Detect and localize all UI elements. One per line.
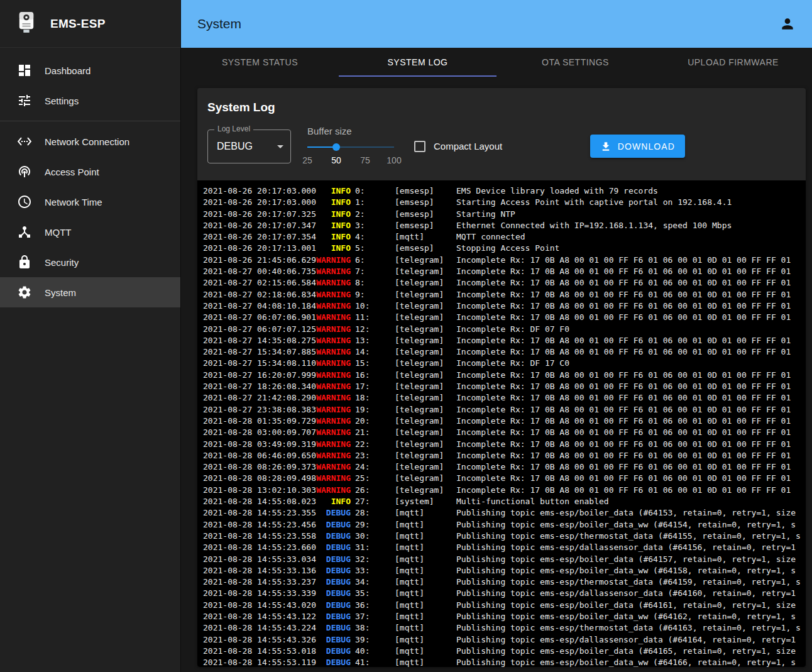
log-source: [mqtt] [395,634,456,646]
log-message: Incomplete Rx: DF 07 F0 [456,324,569,335]
log-time: 2021-08-28 14:55:23.355 [203,507,315,519]
log-row: 2021-08-27 06:07:06.901WARNING11:[telegr… [203,312,806,323]
log-source: [emsesp] [395,243,456,254]
log-time: 2021-08-28 14:55:23.558 [203,531,315,542]
slider-tick-50[interactable]: 50 [331,155,341,165]
log-index: 35: [355,588,384,599]
tab-upload-firmware[interactable]: UPLOAD FIRMWARE [654,48,812,77]
slider-thumb[interactable] [332,143,340,151]
sidebar-item-network-time[interactable]: Network Time [0,187,180,217]
compact-layout-checkbox[interactable]: Compact Layout [414,141,502,152]
sidebar-item-label: System [45,287,76,298]
tab-ota-settings[interactable]: OTA SETTINGS [497,48,654,77]
tab-system-log[interactable]: SYSTEM LOG [339,48,497,77]
log-time: 2021-08-28 14:55:43.326 [203,634,315,646]
slider-tick-100[interactable]: 100 [387,155,401,165]
log-viewer[interactable]: 2021-08-26 20:17:03.000INFO0:[emsesp]EMS… [197,180,806,667]
log-row: 2021-08-28 03:49:09.319WARNING22:[telegr… [203,439,806,450]
sidebar-item-mqtt[interactable]: MQTT [0,217,180,247]
sidebar-item-security[interactable]: Security [0,247,180,277]
log-message: Stopping Access Point [456,243,559,254]
log-index: 10: [355,300,384,312]
account-icon[interactable] [779,16,796,32]
log-index: 23: [355,450,384,461]
download-button[interactable]: DOWNLOAD [590,135,685,158]
log-index: 37: [355,611,384,622]
log-level: DEBUG [315,519,351,531]
log-level: DEBUG [315,646,351,657]
sidebar-item-network-connection[interactable]: Network Connection [0,126,180,157]
log-level: DEBUG [315,576,351,588]
sidebar-item-label: Access Point [45,167,99,177]
sidebar-item-system[interactable]: System [0,277,180,307]
slider-tick-labels: 255075100 [307,155,394,167]
log-row: 2021-08-28 14:55:53.018DEBUG40:[mqtt]Pub… [203,646,806,657]
log-message: Incomplete Rx: 17 0B A8 00 01 00 FF F6 0… [456,370,791,381]
log-message: Incomplete Rx: 17 0B A8 00 01 00 FF F6 0… [456,335,791,346]
log-time: 2021-08-26 20:17:03.000 [203,185,315,197]
log-row: 2021-08-28 01:35:09.729WARNING20:[telegr… [203,416,806,427]
log-level-select[interactable]: Log Level DEBUG [207,129,291,163]
log-time: 2021-08-27 02:18:06.834 [203,289,315,300]
sidebar-item-dashboard[interactable]: Dashboard [0,55,180,85]
log-level: WARNING [315,324,351,335]
log-source: [telegram] [395,392,456,404]
buffer-size-slider[interactable] [307,143,394,151]
log-time: 2021-08-26 20:17:13.001 [203,243,315,254]
log-time: 2021-08-28 14:55:33.339 [203,588,315,599]
log-source: [telegram] [395,427,456,438]
appbar: System [181,0,812,48]
log-level: WARNING [315,255,351,266]
log-level: WARNING [315,370,351,381]
log-index: 40: [355,646,384,657]
log-row: 2021-08-28 08:26:09.373WARNING24:[telegr… [203,461,806,473]
app-root: EMS-ESP DashboardSettingsNetwork Connect… [0,0,812,672]
slider-tick-75[interactable]: 75 [360,155,370,165]
log-source: [telegram] [395,370,456,381]
log-row: 2021-08-27 04:08:10.184WARNING10:[telegr… [203,300,806,312]
log-row: 2021-08-26 20:17:03.000INFO1:[emsesp]Sta… [203,197,806,208]
log-row: 2021-08-28 14:55:23.558DEBUG30:[mqtt]Pub… [203,531,806,542]
log-level: WARNING [315,450,351,461]
log-level: WARNING [315,358,351,369]
log-level: DEBUG [315,657,351,667]
log-message: Incomplete Rx: 17 0B A8 00 01 00 FF F6 0… [456,485,791,496]
log-row: 2021-08-27 15:34:07.885WARNING14:[telegr… [203,346,806,358]
log-index: 11: [355,312,384,323]
log-level: WARNING [315,439,351,450]
log-index: 0: [355,185,384,197]
log-index: 14: [355,346,384,358]
log-time: 2021-08-28 14:55:33.237 [203,576,315,588]
log-content: 2021-08-26 20:17:03.000INFO0:[emsesp]EMS… [197,180,806,667]
download-button-label: DOWNLOAD [618,141,675,151]
log-level: DEBUG [315,565,351,576]
log-message: Publishing topic ems-esp/boiler_data (#6… [456,507,796,519]
log-row: 2021-08-28 14:55:43.020DEBUG36:[mqtt]Pub… [203,600,806,611]
log-source: [mqtt] [395,565,456,576]
tab-system-status[interactable]: SYSTEM STATUS [181,48,339,77]
log-time: 2021-08-28 14:55:43.224 [203,622,315,634]
log-source: [emsesp] [395,197,456,208]
log-level: DEBUG [315,542,351,553]
log-row: 2021-08-28 14:55:08.023INFO27:[system]Mu… [203,496,806,507]
log-index: 25: [355,473,384,484]
log-message: Publishing topic ems-esp/boiler_data (#6… [456,600,796,611]
checkbox-unchecked-icon[interactable] [414,141,425,152]
log-level: WARNING [315,404,351,416]
log-row: 2021-08-28 14:55:43.224DEBUG38:[mqtt]Pub… [203,622,806,634]
log-message: Publishing topic ems-esp/dallassensor_da… [456,542,796,553]
log-index: 19: [355,404,384,416]
log-time: 2021-08-28 14:55:23.456 [203,519,315,531]
sidebar-item-settings[interactable]: Settings [0,85,180,116]
tab-bar: SYSTEM STATUSSYSTEM LOGOTA SETTINGSUPLOA… [181,48,812,77]
log-level: WARNING [315,277,351,289]
log-level: WARNING [315,461,351,473]
log-row: 2021-08-28 14:55:33.136DEBUG33:[mqtt]Pub… [203,565,806,576]
log-row: 2021-08-28 14:55:23.660DEBUG31:[mqtt]Pub… [203,542,806,553]
log-source: [mqtt] [395,519,456,531]
sidebar-item-label: Settings [45,96,79,106]
card-title: System Log [197,88,806,123]
sidebar-item-access-point[interactable]: Access Point [0,157,180,187]
log-message: Publishing topic ems-esp/boiler_data (#6… [456,554,796,565]
slider-tick-25[interactable]: 25 [302,155,312,165]
